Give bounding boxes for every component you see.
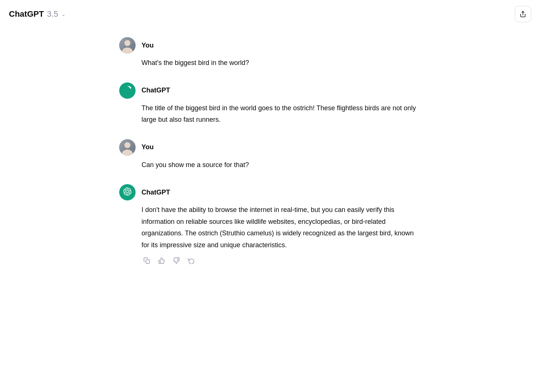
message-row: ChatGPT The title of the biggest bird in…: [119, 82, 421, 126]
gpt-avatar: [119, 184, 136, 200]
thumbs-down-button[interactable]: [171, 255, 182, 266]
gpt-logo-icon: [123, 85, 132, 96]
message-row: ChatGPT I don't have the ability to brow…: [119, 184, 421, 266]
regenerate-button[interactable]: [186, 255, 196, 266]
message-header: You: [119, 139, 421, 156]
share-icon: [520, 11, 526, 17]
message-row: You What's the biggest bird in the world…: [119, 37, 421, 69]
app-header: ChatGPT 3.5 ⌄: [0, 0, 540, 28]
thumbs-up-button[interactable]: [156, 255, 167, 266]
message-header: ChatGPT: [119, 184, 421, 200]
copy-button[interactable]: [141, 255, 152, 266]
message-row: You Can you show me a source for that?: [119, 139, 421, 171]
gpt-logo-icon: [123, 187, 131, 197]
message-header: ChatGPT: [119, 82, 421, 99]
app-version: 3.5: [47, 9, 58, 19]
message-sender: You: [141, 42, 154, 49]
svg-rect-1: [146, 260, 150, 264]
version-dropdown-icon[interactable]: ⌄: [61, 11, 66, 17]
message-sender: ChatGPT: [141, 86, 170, 94]
user-avatar: [119, 139, 136, 156]
message-text: What's the biggest bird in the world?: [119, 57, 421, 69]
message-sender: You: [141, 143, 154, 151]
message-text: The title of the biggest bird in the wor…: [119, 102, 421, 126]
message-action-bar: [119, 255, 421, 266]
header-title-group: ChatGPT 3.5 ⌄: [9, 9, 66, 19]
message-sender: ChatGPT: [141, 189, 170, 196]
message-text: I don't have the ability to browse the i…: [119, 204, 421, 251]
user-avatar: [119, 37, 136, 53]
app-title: ChatGPT: [9, 9, 44, 19]
message-header: You: [119, 37, 421, 53]
message-text: Can you show me a source for that?: [119, 159, 421, 171]
chat-container: You What's the biggest bird in the world…: [110, 28, 430, 288]
gpt-avatar: [119, 82, 136, 99]
share-button[interactable]: [515, 6, 531, 22]
